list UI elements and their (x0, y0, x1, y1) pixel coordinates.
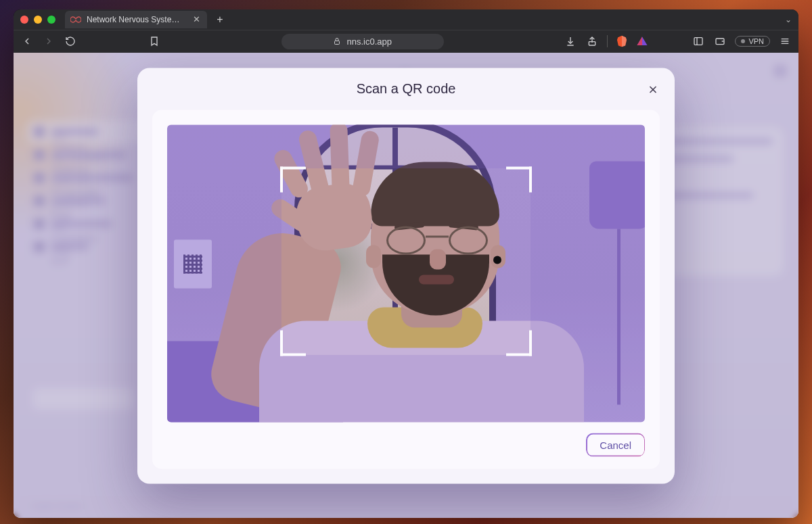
address-bar[interactable]: nns.ic0.app (169, 34, 556, 49)
svg-rect-0 (335, 41, 340, 45)
download-icon[interactable] (564, 34, 577, 48)
svg-marker-3 (637, 37, 643, 45)
share-icon[interactable] (585, 34, 599, 48)
browser-tab[interactable]: Network Nervous System fro ✕ (65, 11, 207, 28)
toolbar: nns.ic0.app VPN (14, 30, 798, 53)
qr-target-frame (281, 168, 531, 355)
sidebar-toggle-icon[interactable] (692, 34, 705, 48)
close-icon[interactable] (644, 80, 662, 99)
svg-rect-4 (694, 38, 702, 45)
vpn-pill[interactable]: VPN (735, 36, 770, 47)
chevron-down-icon[interactable]: ⌄ (785, 15, 792, 24)
titlebar: Network Nervous System fro ✕ + ⌄ (14, 9, 798, 30)
rewards-icon[interactable] (636, 35, 648, 47)
brave-shield-icon[interactable] (616, 35, 628, 47)
back-button[interactable] (20, 34, 34, 48)
hamburger-menu-icon[interactable] (778, 34, 792, 48)
cancel-button[interactable]: Cancel (586, 433, 645, 456)
camera-card: Cancel (152, 110, 660, 469)
lock-icon (333, 37, 341, 45)
maximize-window-button[interactable] (47, 16, 55, 24)
reload-button[interactable] (64, 34, 77, 48)
close-tab-icon[interactable]: ✕ (193, 14, 200, 24)
wallet-icon[interactable] (713, 34, 727, 48)
new-tab-button[interactable]: + (212, 12, 227, 27)
url-text: nns.ic0.app (346, 37, 392, 47)
qr-scan-modal: Scan a QR code (137, 68, 675, 483)
forward-button[interactable] (42, 34, 55, 48)
bookmark-icon[interactable] (148, 34, 161, 48)
modal-title: Scan a QR code (357, 81, 456, 97)
browser-window: Network Nervous System fro ✕ + ⌄ nns.ic0… (14, 9, 798, 518)
camera-preview (167, 124, 645, 422)
tab-title: Network Nervous System fro (87, 15, 186, 24)
page-viewport: ∞ NETWORK NERVOUS SYSTEM My Tokens My Ne… (14, 53, 798, 518)
close-window-button[interactable] (20, 16, 28, 24)
favicon-infinity-icon (70, 16, 81, 23)
minimize-window-button[interactable] (34, 16, 42, 24)
traffic-lights (20, 16, 55, 24)
